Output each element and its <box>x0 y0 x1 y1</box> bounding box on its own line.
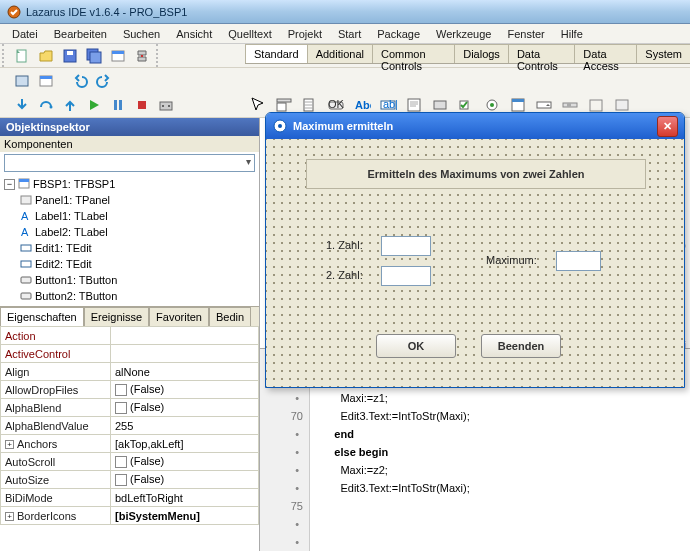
prop-name[interactable]: +BorderIcons <box>1 507 111 525</box>
menu-package[interactable]: Package <box>369 26 428 42</box>
prop-value[interactable]: [biSystemMenu] <box>111 507 259 525</box>
step-into-button[interactable] <box>11 94 33 116</box>
tab-common-controls[interactable]: Common Controls <box>372 44 455 63</box>
stop-button[interactable] <box>131 94 153 116</box>
menu-suchen[interactable]: Suchen <box>115 26 168 42</box>
tree-item[interactable]: Edit2: TEdit <box>35 258 92 270</box>
tree-item[interactable]: Panel1: TPanel <box>35 194 110 206</box>
button-icon <box>20 290 32 302</box>
menu-datei[interactable]: Datei <box>4 26 46 42</box>
component-tabs: Standard Additional Common Controls Dial… <box>245 44 690 64</box>
prop-value[interactable]: alNone <box>111 363 259 381</box>
ok-button[interactable]: OK <box>376 334 456 358</box>
form-icon <box>18 178 30 190</box>
edit-zahl1[interactable] <box>381 236 431 256</box>
menu-start[interactable]: Start <box>330 26 369 42</box>
svg-text:A: A <box>21 226 29 238</box>
svg-rect-35 <box>567 103 571 107</box>
object-inspector: Objektinspektor Komponenten −FBSP1: TFBS… <box>0 118 260 551</box>
menu-fenster[interactable]: Fenster <box>499 26 552 42</box>
tree-item[interactable]: Edit1: TEdit <box>35 242 92 254</box>
oi-component-combo[interactable] <box>4 154 255 172</box>
close-button[interactable]: ✕ <box>657 116 678 137</box>
prop-name[interactable]: ActiveControl <box>1 345 111 363</box>
pause-button[interactable] <box>107 94 129 116</box>
edit-maximum[interactable] <box>556 251 601 271</box>
component-tree[interactable]: −FBSP1: TFBSP1 Panel1: TPanel ALabel1: T… <box>0 174 259 306</box>
form-designer-window[interactable]: Maximum ermitteln ✕ Ermitteln des Maximu… <box>265 112 685 388</box>
prop-value[interactable] <box>111 327 259 345</box>
menu-ansicht[interactable]: Ansicht <box>168 26 220 42</box>
tree-item[interactable]: Button2: TButton <box>35 290 117 302</box>
menu-quelltext[interactable]: Quelltext <box>220 26 279 42</box>
prop-name[interactable]: BiDiMode <box>1 489 111 507</box>
tree-item[interactable]: Label1: TLabel <box>35 210 108 222</box>
prop-value[interactable]: bdLeftToRight <box>111 489 259 507</box>
prop-value[interactable]: 255 <box>111 417 259 435</box>
svg-rect-36 <box>590 100 602 111</box>
prop-name[interactable]: AlphaBlendValue <box>1 417 111 435</box>
toggle-form-unit-button[interactable] <box>131 45 153 67</box>
tree-item[interactable]: Label2: TLabel <box>35 226 108 238</box>
save-all-button[interactable] <box>83 45 105 67</box>
prop-value[interactable]: (False) <box>111 453 259 471</box>
tab-dialogs[interactable]: Dialogs <box>454 44 509 63</box>
label-maximum[interactable]: Maximum: <box>486 254 537 266</box>
tree-item[interactable]: FBSP1: TFBSP1 <box>33 178 115 190</box>
tree-item[interactable]: Button1: TButton <box>35 274 117 286</box>
prop-name[interactable]: AutoScroll <box>1 453 111 471</box>
prop-name[interactable]: AllowDropFiles <box>1 381 111 399</box>
prop-value[interactable] <box>111 345 259 363</box>
run-button[interactable] <box>83 94 105 116</box>
prop-value[interactable]: (False) <box>111 399 259 417</box>
step-over-button[interactable] <box>35 94 57 116</box>
menu-werkzeuge[interactable]: Werkzeuge <box>428 26 499 42</box>
label-icon: A <box>20 210 32 222</box>
tab-additional[interactable]: Additional <box>307 44 373 63</box>
label-zahl2[interactable]: 2. Zahl: <box>326 269 363 281</box>
prop-name[interactable]: +Anchors <box>1 435 111 453</box>
open-button[interactable] <box>35 45 57 67</box>
edit-zahl2[interactable] <box>381 266 431 286</box>
form-body[interactable]: Ermitteln des Maximums von zwei Zahlen 1… <box>266 139 684 387</box>
tab-events[interactable]: Ereignisse <box>84 307 149 326</box>
new-unit-button[interactable] <box>11 45 33 67</box>
panel-header[interactable]: Ermitteln des Maximums von zwei Zahlen <box>306 159 646 189</box>
view-units-button[interactable] <box>11 70 33 92</box>
prop-name[interactable]: Align <box>1 363 111 381</box>
view-forms-button[interactable] <box>35 70 57 92</box>
button-icon <box>20 274 32 286</box>
form-titlebar[interactable]: Maximum ermitteln ✕ <box>266 113 684 139</box>
compile-button[interactable] <box>155 94 177 116</box>
beenden-button[interactable]: Beenden <box>481 334 561 358</box>
tab-data-controls[interactable]: Data Controls <box>508 44 575 63</box>
tab-system[interactable]: System <box>636 44 690 63</box>
prop-name[interactable]: AutoSize <box>1 471 111 489</box>
panel-icon <box>20 194 32 206</box>
save-button[interactable] <box>59 45 81 67</box>
tab-standard[interactable]: Standard <box>245 44 308 63</box>
menu-hilfe[interactable]: Hilfe <box>553 26 591 42</box>
prop-name[interactable]: Action <box>1 327 111 345</box>
svg-rect-13 <box>119 100 122 110</box>
toolbar-row-2: OK Abc ab| <box>0 68 690 118</box>
tab-favorites[interactable]: Favoriten <box>149 307 209 326</box>
undo-button[interactable] <box>69 70 91 92</box>
tab-restricted[interactable]: Bedin <box>209 307 251 326</box>
tab-data-access[interactable]: Data Access <box>574 44 637 63</box>
prop-name[interactable]: AlphaBlend <box>1 399 111 417</box>
tab-properties[interactable]: Eigenschaften <box>0 307 84 326</box>
prop-value[interactable]: [akTop,akLeft] <box>111 435 259 453</box>
svg-rect-12 <box>114 100 117 110</box>
prop-value[interactable]: (False) <box>111 381 259 399</box>
redo-button[interactable] <box>93 70 115 92</box>
new-form-button[interactable] <box>107 45 129 67</box>
label-zahl1[interactable]: 1. Zahl: <box>326 239 363 251</box>
tree-collapse-icon[interactable]: − <box>4 179 15 190</box>
property-grid[interactable]: ActionActiveControlAlignalNoneAllowDropF… <box>0 326 259 551</box>
app-icon <box>6 4 22 20</box>
prop-value[interactable]: (False) <box>111 471 259 489</box>
menu-bearbeiten[interactable]: Bearbeiten <box>46 26 115 42</box>
menu-projekt[interactable]: Projekt <box>280 26 330 42</box>
step-out-button[interactable] <box>59 94 81 116</box>
